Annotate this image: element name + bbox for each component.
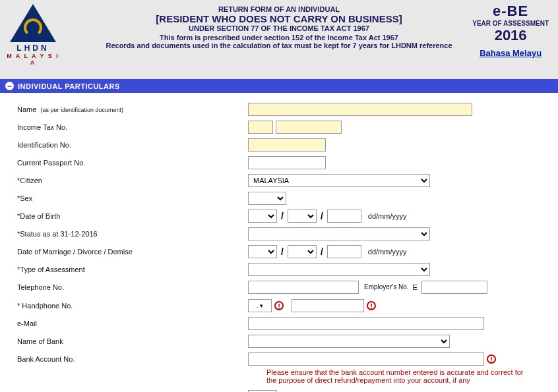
dob-year-input[interactable] [327,210,361,223]
row-assessment: *Type of Assessment [17,262,551,277]
row-sex: *Sex [17,191,551,206]
header-line3: UNDER SECTION 77 OF THE INCOME TAX ACT 1… [73,24,485,32]
sex-select[interactable] [248,192,286,205]
bank-name-select[interactable] [248,335,450,348]
warning-icon: ! [487,354,496,364]
telephone-input[interactable] [248,281,359,294]
income-tax-number-input[interactable] [276,121,342,134]
section-title: INDIVIDUAL PARTICULARS [18,82,120,90]
status-select[interactable] [248,227,430,240]
lhdn-logo: LHDN M A L A Y S I A [7,4,59,66]
label-bank-account: Bank Account No. [17,355,248,363]
label-name: Name (as per identification document) [17,105,248,113]
handphone-input[interactable] [292,299,364,312]
row-dob: *Date of Birth / / dd/mm/yyyy [17,209,551,223]
row-passport: Current Passport No. [17,155,551,170]
logo-text-malaysia: M A L A Y S I A [7,53,59,66]
label-sex: *Sex [17,194,248,202]
employers-prefix: E [413,283,418,291]
identification-input[interactable] [248,138,326,152]
label-citizen: *Citizen [17,177,248,184]
row-status: *Status as at 31-12-2016 [17,227,551,241]
warning-icon: ! [274,301,284,310]
row-handphone: * Handphone No. . ▾ ! ! [17,298,551,313]
label-identification-no: Identification No. [17,141,248,149]
slash-icon: / [280,246,285,257]
row-email: e-Mail [17,316,551,331]
row-bank-account: Bank Account No. ! [17,352,551,366]
slash-icon: / [319,211,325,221]
marriage-month-select[interactable] [288,245,317,258]
ebe-label: e-BE [472,3,549,20]
header-line2: [RESIDENT WHO DOES NOT CARRY ON BUSINESS… [73,13,485,24]
label-employers-no: Employer's No. [364,284,409,291]
warning-icon: ! [367,301,376,310]
row-telephone: Telephone No. Employer's No. E [17,280,551,294]
bank-account-input[interactable] [248,352,484,366]
income-tax-prefix-input[interactable] [248,121,273,134]
label-telephone: Telephone No. [17,283,248,291]
row-disposal-asset: * Disposal of asset under the Real Prope… [17,389,551,392]
row-income-tax-no: Income Tax No. [17,120,551,134]
header-right: e-BE YEAR OF ASSESSMENT 2016 Bahasa Mela… [472,3,549,59]
language-link[interactable]: Bahasa Melayu [480,48,542,59]
page-header: LHDN M A L A Y S I A e-BE YEAR OF ASSESS… [0,0,558,79]
dob-day-select[interactable] [248,210,277,223]
employers-no-input[interactable] [421,281,487,294]
assessment-year: 2016 [472,27,549,44]
header-line4: This form is prescribed under section 15… [73,34,485,42]
label-marriage: Date of Marriage / Divorce / Demise [17,248,248,256]
label-income-tax-no: Income Tax No. [17,123,248,131]
collapse-icon[interactable]: − [5,82,14,90]
label-status: *Status as at 31-12-2016 [17,230,248,238]
row-citizen: *Citizen MALAYSIA [17,173,551,188]
logo-text-lhdn: LHDN [7,43,59,53]
dob-hint: dd/mm/yyyy [368,212,407,220]
handphone-prefix-select[interactable]: . ▾ [248,299,272,312]
passport-input[interactable] [248,156,326,169]
assessment-select[interactable] [248,263,430,276]
email-input[interactable] [248,317,484,330]
label-bank-name: Name of Bank [17,337,248,345]
slash-icon: / [319,246,325,257]
label-passport: Current Passport No. [17,159,248,167]
label-assessment: *Type of Assessment [17,266,248,273]
marriage-hint: dd/mm/yyyy [368,248,407,256]
slash-icon: / [280,211,285,221]
label-dob: *Date of Birth [17,212,248,220]
citizen-select[interactable]: MALAYSIA [248,174,430,187]
dob-month-select[interactable] [288,210,317,223]
year-of-assessment-label: YEAR OF ASSESSMENT [472,20,549,27]
name-input[interactable] [248,103,472,116]
header-line1: RETURN FORM OF AN INDIVIDUAL [73,5,485,13]
header-line5: Records and documents used in the calcul… [73,42,485,49]
marriage-day-select[interactable] [248,245,277,258]
label-email: e-Mail [17,320,248,327]
row-name: Name (as per identification document) [17,102,551,117]
row-marriage: Date of Marriage / Divorce / Demise / / … [17,244,551,259]
row-bank-name: Name of Bank [17,334,551,349]
section-individual-particulars[interactable]: − INDIVIDUAL PARTICULARS [0,79,558,93]
marriage-year-input[interactable] [327,245,361,258]
logo-triangle-icon [10,4,56,42]
form-area: Name (as per identification document) In… [0,93,558,392]
header-center: RETURN FORM OF AN INDIVIDUAL [RESIDENT W… [7,5,551,49]
row-identification-no: Identification No. [17,138,551,152]
label-handphone: * Handphone No. [17,302,248,310]
bank-account-note: Please ensure that the bank account numb… [266,368,532,384]
